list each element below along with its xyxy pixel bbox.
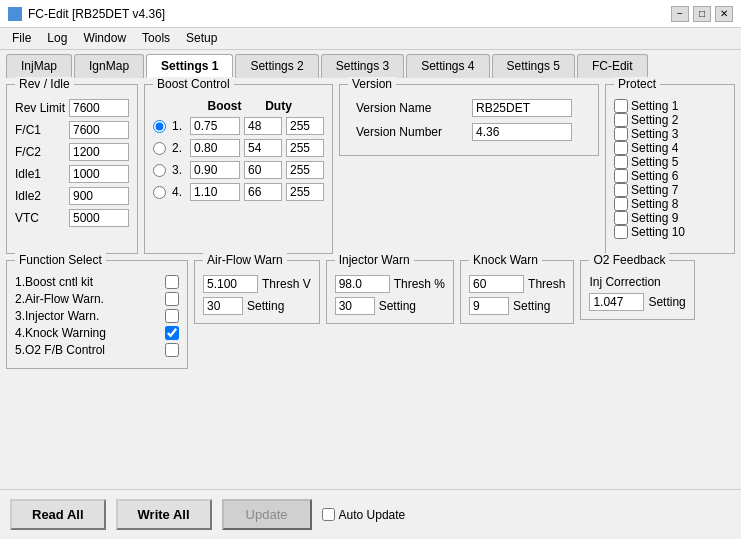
idle2-row: Idle2 <box>15 187 129 205</box>
boost-radio-4[interactable] <box>153 186 166 199</box>
protect-check-3[interactable] <box>614 127 628 141</box>
protect-check-5[interactable] <box>614 155 628 169</box>
menu-tools[interactable]: Tools <box>134 30 178 47</box>
bottom-bar: Read All Write All Update Auto Update <box>0 489 741 539</box>
boost-value-4[interactable] <box>190 183 240 201</box>
duty-value-1[interactable] <box>244 117 282 135</box>
protect-check-8[interactable] <box>614 197 628 211</box>
boost-val-1[interactable] <box>286 117 324 135</box>
protect-label-8: Setting 8 <box>631 197 678 211</box>
knock-warn-group: Knock Warn Thresh Setting <box>460 260 574 324</box>
maximize-button[interactable]: □ <box>693 6 711 22</box>
fn-check-2[interactable] <box>165 292 179 306</box>
protect-check-1[interactable] <box>614 99 628 113</box>
airflow-thresh-input[interactable] <box>203 275 258 293</box>
boost-val-4[interactable] <box>286 183 324 201</box>
fn-check-4[interactable] <box>165 326 179 340</box>
o2-feedback-title: O2 Feedback <box>589 253 669 267</box>
protect-check-7[interactable] <box>614 183 628 197</box>
protect-row-1: Setting 1 <box>614 99 726 113</box>
close-button[interactable]: ✕ <box>715 6 733 22</box>
protect-check-10[interactable] <box>614 225 628 239</box>
protect-label-1: Setting 1 <box>631 99 678 113</box>
menu-window[interactable]: Window <box>75 30 134 47</box>
protect-check-2[interactable] <box>614 113 628 127</box>
boost-radio-3[interactable] <box>153 164 166 177</box>
knock-setting-row: Setting <box>469 297 565 315</box>
menu-file[interactable]: File <box>4 30 39 47</box>
tab-settings3[interactable]: Settings 3 <box>321 54 404 78</box>
tab-injmap[interactable]: InjMap <box>6 54 72 78</box>
knock-thresh-input[interactable] <box>469 275 524 293</box>
duty-value-3[interactable] <box>244 161 282 179</box>
boost-value-3[interactable] <box>190 161 240 179</box>
minimize-button[interactable]: − <box>671 6 689 22</box>
duty-value-2[interactable] <box>244 139 282 157</box>
idle1-input[interactable] <box>69 165 129 183</box>
protect-group: Protect Setting 1 Setting 2 Setting 3 Se… <box>605 84 735 254</box>
protect-check-6[interactable] <box>614 169 628 183</box>
knock-warn-title: Knock Warn <box>469 253 542 267</box>
airflow-thresh-unit: Thresh V <box>262 277 311 291</box>
version-name-input[interactable] <box>472 99 572 117</box>
tab-ignmap[interactable]: IgnMap <box>74 54 144 78</box>
boost-radio-1[interactable] <box>153 120 166 133</box>
menu-bar: File Log Window Tools Setup <box>0 28 741 50</box>
fn-label-1: 1.Boost cntl kit <box>15 275 161 289</box>
duty-value-4[interactable] <box>244 183 282 201</box>
tab-fcedit[interactable]: FC-Edit <box>577 54 648 78</box>
idle1-row: Idle1 <box>15 165 129 183</box>
fc2-input[interactable] <box>69 143 129 161</box>
fn-row-3: 3.Injector Warn. <box>15 309 179 323</box>
fn-label-4: 4.Knock Warning <box>15 326 161 340</box>
boost-value-1[interactable] <box>190 117 240 135</box>
protect-row-2: Setting 2 <box>614 113 726 127</box>
menu-setup[interactable]: Setup <box>178 30 225 47</box>
vtc-input[interactable] <box>69 209 129 227</box>
injector-thresh-unit: Thresh % <box>394 277 445 291</box>
fc1-row: F/C1 <box>15 121 129 139</box>
menu-log[interactable]: Log <box>39 30 75 47</box>
boost-num-4: 4. <box>172 185 186 199</box>
auto-update-checkbox[interactable] <box>322 508 335 521</box>
boost-value-2[interactable] <box>190 139 240 157</box>
boost-row-4: 4. <box>153 183 324 201</box>
boost-num-3: 3. <box>172 163 186 177</box>
protect-row-4: Setting 4 <box>614 141 726 155</box>
version-title: Version <box>348 77 396 91</box>
tab-settings5[interactable]: Settings 5 <box>492 54 575 78</box>
rev-limit-input[interactable] <box>69 99 129 117</box>
tab-settings4[interactable]: Settings 4 <box>406 54 489 78</box>
write-all-button[interactable]: Write All <box>116 499 212 530</box>
knock-thresh-row: Thresh <box>469 275 565 293</box>
o2-inj-input[interactable] <box>589 293 644 311</box>
airflow-setting-input[interactable] <box>203 297 243 315</box>
boost-val-2[interactable] <box>286 139 324 157</box>
read-all-button[interactable]: Read All <box>10 499 106 530</box>
rev-limit-label: Rev Limit <box>15 101 65 115</box>
boost-radio-2[interactable] <box>153 142 166 155</box>
row1: Rev / Idle Rev Limit F/C1 F/C2 Idle1 Idl… <box>6 84 735 254</box>
fn-check-5[interactable] <box>165 343 179 357</box>
o2-inj-label: Inj Correction <box>589 275 660 289</box>
injector-warn-group: Injector Warn Thresh % Setting <box>326 260 454 324</box>
boost-row-3: 3. <box>153 161 324 179</box>
protect-label-9: Setting 9 <box>631 211 678 225</box>
fn-check-3[interactable] <box>165 309 179 323</box>
fn-label-3: 3.Injector Warn. <box>15 309 161 323</box>
main-content: Rev / Idle Rev Limit F/C1 F/C2 Idle1 Idl… <box>0 78 741 485</box>
protect-label-3: Setting 3 <box>631 127 678 141</box>
protect-check-9[interactable] <box>614 211 628 225</box>
fc1-input[interactable] <box>69 121 129 139</box>
knock-setting-input[interactable] <box>469 297 509 315</box>
tab-settings2[interactable]: Settings 2 <box>235 54 318 78</box>
version-number-input[interactable] <box>472 123 572 141</box>
boost-val-3[interactable] <box>286 161 324 179</box>
fn-check-1[interactable] <box>165 275 179 289</box>
protect-check-4[interactable] <box>614 141 628 155</box>
tab-settings1[interactable]: Settings 1 <box>146 54 233 78</box>
idle2-input[interactable] <box>69 187 129 205</box>
injector-setting-input[interactable] <box>335 297 375 315</box>
injector-thresh-input[interactable] <box>335 275 390 293</box>
airflow-setting-row: Setting <box>203 297 311 315</box>
